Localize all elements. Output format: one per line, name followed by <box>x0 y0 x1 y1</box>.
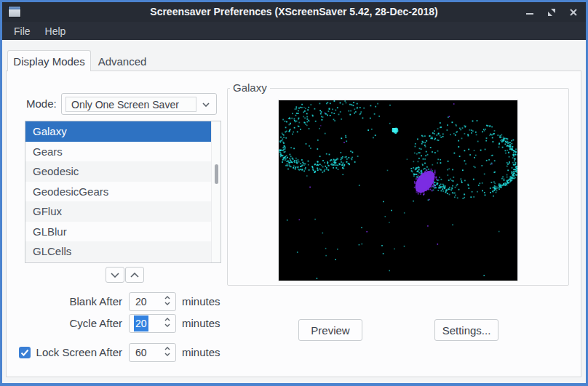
blank-after-value[interactable]: 20 <box>135 294 147 310</box>
list-item[interactable]: GLBlur <box>25 222 211 242</box>
settings-button[interactable]: Settings... <box>434 319 498 341</box>
cycle-after-value[interactable]: 20 <box>134 315 148 331</box>
menubar: File Help <box>2 22 586 40</box>
list-item[interactable]: Galaxy <box>25 121 211 142</box>
blank-after-label: Blank After <box>28 292 122 311</box>
close-icon <box>569 8 578 17</box>
cycle-after-unit: minutes <box>182 314 233 333</box>
blank-after-unit: minutes <box>182 292 233 311</box>
saver-list: GalaxyGearsGeodesicGeodesicGearsGFluxGLB… <box>25 121 211 262</box>
galaxy-preview <box>278 100 518 281</box>
chevron-down-icon <box>111 273 119 278</box>
list-item[interactable]: Gears <box>25 142 211 162</box>
minimize-icon <box>525 8 534 17</box>
lock-screen-label[interactable]: Lock Screen After <box>32 343 122 362</box>
minimize-button[interactable] <box>523 5 536 20</box>
list-scroll-down-button[interactable] <box>106 267 124 283</box>
cycle-after-label: Cycle After <box>28 314 122 333</box>
tab-display-modes[interactable]: Display Modes <box>7 50 91 71</box>
lock-screen-spinner[interactable]: 60 <box>129 343 176 362</box>
mode-combobox-value: Only One Screen Saver <box>65 97 196 112</box>
checkmark-icon <box>19 347 31 358</box>
spin-down-icon[interactable] <box>164 353 170 356</box>
spin-down-icon[interactable] <box>164 302 170 305</box>
list-scrollbar[interactable] <box>211 121 220 262</box>
menu-help[interactable]: Help <box>40 24 71 39</box>
list-item[interactable]: GFlux <box>25 201 211 222</box>
tab-advanced[interactable]: Advanced <box>91 51 154 71</box>
maximize-icon <box>547 8 556 17</box>
saver-listbox: GalaxyGearsGeodesicGeodesicGearsGFluxGLB… <box>25 121 221 263</box>
window-title: Screensaver Preferences (XScreenSaver 5.… <box>2 2 586 22</box>
spin-up-icon[interactable] <box>164 347 170 350</box>
titlebar[interactable]: Screensaver Preferences (XScreenSaver 5.… <box>2 2 586 22</box>
xscreensaver-window: Screensaver Preferences (XScreenSaver 5.… <box>0 0 588 386</box>
close-button[interactable] <box>567 5 580 20</box>
list-scrollbar-thumb[interactable] <box>215 164 218 184</box>
blank-after-spinner[interactable]: 20 <box>129 292 176 311</box>
lock-screen-unit: minutes <box>182 343 233 362</box>
list-scroll-up-button[interactable] <box>125 267 144 283</box>
preview-button[interactable]: Preview <box>298 319 362 341</box>
lock-screen-checkbox[interactable] <box>19 347 31 358</box>
preview-group-label: Galaxy <box>230 81 270 94</box>
list-item[interactable]: Geodesic <box>25 161 211 182</box>
cycle-after-spinner[interactable]: 20 <box>129 314 176 333</box>
spin-down-icon[interactable] <box>164 323 170 327</box>
galaxy-preview-art <box>279 100 517 281</box>
maximize-button[interactable] <box>545 5 558 20</box>
chevron-up-icon <box>130 273 139 278</box>
menu-file[interactable]: File <box>9 24 36 39</box>
lock-screen-value[interactable]: 60 <box>135 345 147 361</box>
spin-up-icon[interactable] <box>164 318 170 321</box>
list-item[interactable]: GLCells <box>25 241 211 262</box>
spin-up-icon[interactable] <box>164 296 170 299</box>
list-item[interactable]: GeodesicGears <box>25 182 211 202</box>
mode-combobox[interactable]: Only One Screen Saver <box>61 93 217 115</box>
mode-label: Mode: <box>26 93 60 115</box>
chevron-down-icon <box>202 102 210 107</box>
